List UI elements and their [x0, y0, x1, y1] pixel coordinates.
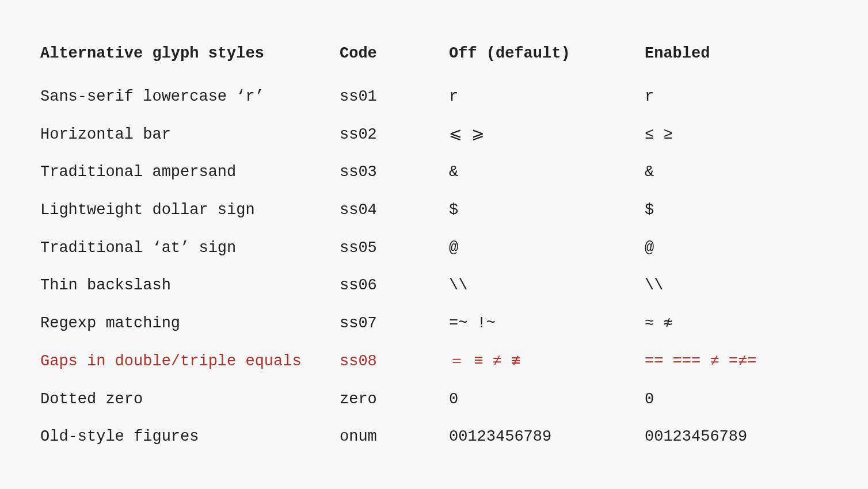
- cell-code: ss05: [340, 230, 449, 268]
- cell-code: ss07: [340, 305, 449, 343]
- glyph-styles-sheet: Alternative glyph styles Code Off (defau…: [0, 0, 868, 489]
- header-code: Code: [340, 45, 449, 78]
- cell-name: Traditional ampersand: [40, 154, 340, 192]
- table-row: Gaps in double/triple equalsss08＝ ≡ ≠ ≢=…: [40, 343, 828, 381]
- cell-off: \\: [449, 267, 645, 305]
- cell-off: &: [449, 154, 645, 192]
- table-header-row: Alternative glyph styles Code Off (defau…: [40, 45, 828, 78]
- table-row: Sans-serif lowercase ‘r’ss01rr: [40, 78, 828, 116]
- table-row: Dotted zerozero00: [40, 381, 828, 419]
- cell-code: ss04: [340, 192, 449, 230]
- table-row: Old-style figuresonum0012345678900123456…: [40, 418, 828, 456]
- cell-name: Sans-serif lowercase ‘r’: [40, 78, 340, 116]
- cell-code: ss01: [340, 78, 449, 116]
- cell-off: 00123456789: [449, 418, 645, 456]
- cell-name: Horizontal bar: [40, 116, 340, 154]
- cell-enabled: &: [645, 154, 828, 192]
- cell-name: Traditional ‘at’ sign: [40, 230, 340, 268]
- cell-off: =~ !~: [449, 305, 645, 343]
- header-name: Alternative glyph styles: [40, 45, 340, 78]
- table-row: Traditional ‘at’ signss05@@: [40, 230, 828, 268]
- cell-code: ss06: [340, 267, 449, 305]
- cell-name: Gaps in double/triple equals: [40, 343, 340, 381]
- cell-enabled: 00123456789: [645, 418, 828, 456]
- cell-enabled: 0: [645, 381, 828, 419]
- cell-off: 0: [449, 381, 645, 419]
- cell-name: Old-style figures: [40, 418, 340, 456]
- cell-name: Lightweight dollar sign: [40, 192, 340, 230]
- cell-enabled: ≤ ≥: [645, 116, 828, 154]
- cell-off: ⩽ ⩾: [449, 116, 645, 154]
- cell-code: ss03: [340, 154, 449, 192]
- cell-enabled: r: [645, 78, 828, 116]
- header-enabled: Enabled: [645, 45, 828, 78]
- header-off: Off (default): [449, 45, 645, 78]
- cell-off: r: [449, 78, 645, 116]
- cell-enabled: ≈ ≉: [645, 305, 828, 343]
- cell-name: Regexp matching: [40, 305, 340, 343]
- table-row: Horizontal barss02⩽ ⩾≤ ≥: [40, 116, 828, 154]
- cell-name: Dotted zero: [40, 381, 340, 419]
- cell-code: zero: [340, 381, 449, 419]
- cell-name: Thin backslash: [40, 267, 340, 305]
- glyph-styles-table: Alternative glyph styles Code Off (defau…: [40, 45, 828, 456]
- cell-code: ss08: [340, 343, 449, 381]
- cell-off: $: [449, 192, 645, 230]
- cell-code: onum: [340, 418, 449, 456]
- table-row: Thin backslashss06\\\\: [40, 267, 828, 305]
- cell-enabled: \\: [645, 267, 828, 305]
- table-row: Traditional ampersandss03&&: [40, 154, 828, 192]
- table-row: Regexp matchingss07=~ !~≈ ≉: [40, 305, 828, 343]
- cell-enabled: == === ≠ =≠=: [645, 343, 828, 381]
- cell-enabled: @: [645, 230, 828, 268]
- table-row: Lightweight dollar signss04$$: [40, 192, 828, 230]
- cell-off: @: [449, 230, 645, 268]
- cell-enabled: $: [645, 192, 828, 230]
- cell-code: ss02: [340, 116, 449, 154]
- cell-off: ＝ ≡ ≠ ≢: [449, 343, 645, 381]
